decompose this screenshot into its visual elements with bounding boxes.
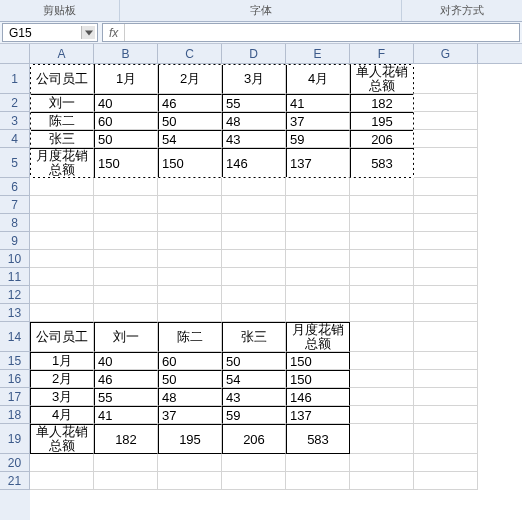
cell-C7[interactable] — [158, 196, 222, 214]
cell-B16[interactable]: 46 — [94, 370, 158, 388]
cell-C20[interactable] — [158, 454, 222, 472]
row-header-14[interactable]: 14 — [0, 322, 30, 352]
cell-F14[interactable] — [350, 322, 414, 352]
cell-C6[interactable] — [158, 178, 222, 196]
cell-A6[interactable] — [30, 178, 94, 196]
cell-D9[interactable] — [222, 232, 286, 250]
cell-D12[interactable] — [222, 286, 286, 304]
cell-D5[interactable]: 146 — [222, 148, 286, 178]
cell-E1[interactable]: 4月 — [286, 64, 350, 94]
cell-B10[interactable] — [94, 250, 158, 268]
cell-E15[interactable]: 150 — [286, 352, 350, 370]
cell-F5[interactable]: 583 — [350, 148, 414, 178]
cell-B1[interactable]: 1月 — [94, 64, 158, 94]
cell-G6[interactable] — [414, 178, 478, 196]
cell-C17[interactable]: 48 — [158, 388, 222, 406]
cell-D4[interactable]: 43 — [222, 130, 286, 148]
cell-B2[interactable]: 40 — [94, 94, 158, 112]
cell-E14[interactable]: 月度花销总额 — [286, 322, 350, 352]
row-header-15[interactable]: 15 — [0, 352, 30, 370]
cell-A4[interactable]: 张三 — [30, 130, 94, 148]
cell-B3[interactable]: 60 — [94, 112, 158, 130]
row-header-21[interactable]: 21 — [0, 472, 30, 490]
cell-B5[interactable]: 150 — [94, 148, 158, 178]
cell-E17[interactable]: 146 — [286, 388, 350, 406]
cell-C4[interactable]: 54 — [158, 130, 222, 148]
cell-B17[interactable]: 55 — [94, 388, 158, 406]
cell-D10[interactable] — [222, 250, 286, 268]
cell-F6[interactable] — [350, 178, 414, 196]
cell-A17[interactable]: 3月 — [30, 388, 94, 406]
cell-E20[interactable] — [286, 454, 350, 472]
cell-E11[interactable] — [286, 268, 350, 286]
cell-C15[interactable]: 60 — [158, 352, 222, 370]
cell-F17[interactable] — [350, 388, 414, 406]
row-header-11[interactable]: 11 — [0, 268, 30, 286]
cell-C9[interactable] — [158, 232, 222, 250]
cell-E7[interactable] — [286, 196, 350, 214]
cell-C11[interactable] — [158, 268, 222, 286]
cell-C13[interactable] — [158, 304, 222, 322]
cell-E21[interactable] — [286, 472, 350, 490]
cell-B21[interactable] — [94, 472, 158, 490]
row-header-1[interactable]: 1 — [0, 64, 30, 94]
cell-C12[interactable] — [158, 286, 222, 304]
cell-D7[interactable] — [222, 196, 286, 214]
row-header-13[interactable]: 13 — [0, 304, 30, 322]
row-header-2[interactable]: 2 — [0, 94, 30, 112]
cell-E4[interactable]: 59 — [286, 130, 350, 148]
cell-D21[interactable] — [222, 472, 286, 490]
row-header-17[interactable]: 17 — [0, 388, 30, 406]
cell-G18[interactable] — [414, 406, 478, 424]
cell-A1[interactable]: 公司员工 — [30, 64, 94, 94]
cell-F15[interactable] — [350, 352, 414, 370]
cell-F19[interactable] — [350, 424, 414, 454]
cell-D8[interactable] — [222, 214, 286, 232]
cell-F9[interactable] — [350, 232, 414, 250]
cell-B19[interactable]: 182 — [94, 424, 158, 454]
cell-G14[interactable] — [414, 322, 478, 352]
cell-F3[interactable]: 195 — [350, 112, 414, 130]
cell-G15[interactable] — [414, 352, 478, 370]
row-header-19[interactable]: 19 — [0, 424, 30, 454]
cell-E2[interactable]: 41 — [286, 94, 350, 112]
row-header-18[interactable]: 18 — [0, 406, 30, 424]
cell-E8[interactable] — [286, 214, 350, 232]
cell-D6[interactable] — [222, 178, 286, 196]
cell-E19[interactable]: 583 — [286, 424, 350, 454]
cell-G5[interactable] — [414, 148, 478, 178]
cell-F16[interactable] — [350, 370, 414, 388]
cell-G11[interactable] — [414, 268, 478, 286]
row-header-7[interactable]: 7 — [0, 196, 30, 214]
cell-A16[interactable]: 2月 — [30, 370, 94, 388]
cell-G12[interactable] — [414, 286, 478, 304]
cell-G20[interactable] — [414, 454, 478, 472]
cell-G4[interactable] — [414, 130, 478, 148]
cell-F12[interactable] — [350, 286, 414, 304]
cell-E10[interactable] — [286, 250, 350, 268]
col-header-B[interactable]: B — [94, 44, 158, 63]
cell-D18[interactable]: 59 — [222, 406, 286, 424]
ribbon-group-font[interactable]: 字体 — [120, 0, 402, 21]
cell-G19[interactable] — [414, 424, 478, 454]
cell-E16[interactable]: 150 — [286, 370, 350, 388]
cell-D2[interactable]: 55 — [222, 94, 286, 112]
cell-A21[interactable] — [30, 472, 94, 490]
cell-E5[interactable]: 137 — [286, 148, 350, 178]
row-header-12[interactable]: 12 — [0, 286, 30, 304]
cell-A19[interactable]: 单人花销总额 — [30, 424, 94, 454]
cell-B4[interactable]: 50 — [94, 130, 158, 148]
cell-A8[interactable] — [30, 214, 94, 232]
cell-C1[interactable]: 2月 — [158, 64, 222, 94]
cell-B14[interactable]: 刘一 — [94, 322, 158, 352]
cell-B18[interactable]: 41 — [94, 406, 158, 424]
cell-D1[interactable]: 3月 — [222, 64, 286, 94]
formula-input[interactable] — [125, 24, 519, 41]
cell-A14[interactable]: 公司员工 — [30, 322, 94, 352]
cell-B15[interactable]: 40 — [94, 352, 158, 370]
cell-F7[interactable] — [350, 196, 414, 214]
cell-A9[interactable] — [30, 232, 94, 250]
cell-C21[interactable] — [158, 472, 222, 490]
row-header-5[interactable]: 5 — [0, 148, 30, 178]
row-header-4[interactable]: 4 — [0, 130, 30, 148]
